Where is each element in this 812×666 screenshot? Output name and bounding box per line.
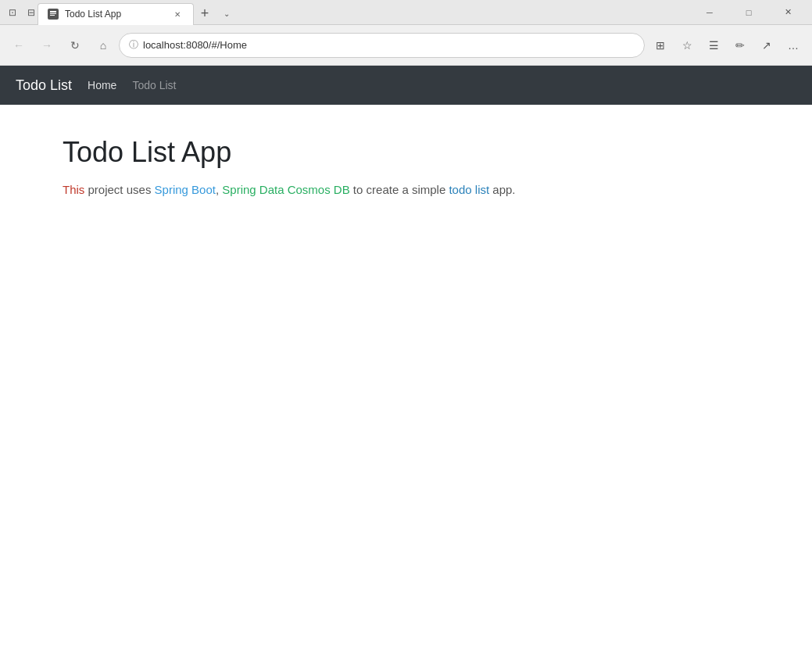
home-button[interactable]: ⌂ xyxy=(91,33,116,58)
more-button[interactable]: … xyxy=(781,33,806,58)
desc-project-uses: project uses xyxy=(84,183,154,196)
browser-icon-1: ⊡ xyxy=(6,6,19,19)
close-button[interactable]: ✕ xyxy=(770,0,806,25)
notes-button[interactable]: ✏ xyxy=(728,33,753,58)
url-lock-icon: ⓘ xyxy=(129,38,138,52)
navbar-brand[interactable]: Todo List xyxy=(16,77,72,94)
navbar-link-todolist[interactable]: Todo List xyxy=(132,79,176,91)
svg-rect-2 xyxy=(50,13,56,14)
refresh-button[interactable]: ↻ xyxy=(63,33,88,58)
forward-button[interactable]: → xyxy=(34,33,59,58)
address-bar: ← → ↻ ⌂ ⓘ localhost:8080/#/Home ⊞ ☆ ☰ ✏ … xyxy=(0,25,812,66)
svg-rect-3 xyxy=(50,15,55,16)
new-tab-button[interactable]: + xyxy=(194,3,216,25)
webpage: Todo List Home Todo List Todo List App T… xyxy=(0,66,812,666)
desc-app: app. xyxy=(489,183,515,196)
desc-spring-boot: Spring Boot xyxy=(155,183,216,196)
browser-icon-2: ⊟ xyxy=(25,6,38,19)
page-description: This project uses Spring Boot, Spring Da… xyxy=(63,181,749,199)
navbar: Todo List Home Todo List xyxy=(0,66,812,105)
toolbar-actions: ⊞ ☆ ☰ ✏ ↗ … xyxy=(648,33,806,58)
title-bar: ⊡ ⊟ Todo List App ✕ + ⌄ ─ □ ✕ xyxy=(0,0,812,25)
window-controls: ─ □ ✕ xyxy=(692,0,806,25)
browser-window: ⊡ ⊟ Todo List App ✕ + ⌄ ─ □ ✕ ← → ↻ ⌂ ⓘ xyxy=(0,0,812,666)
tab-list-button[interactable]: ⌄ xyxy=(216,3,238,25)
svg-rect-1 xyxy=(50,11,56,13)
tab-title: Todo List App xyxy=(65,9,165,20)
url-text: localhost:8080/#/Home xyxy=(143,39,247,51)
tab-close-button[interactable]: ✕ xyxy=(171,8,184,20)
navbar-link-home[interactable]: Home xyxy=(88,79,116,91)
reader-view-button[interactable]: ⊞ xyxy=(648,33,673,58)
desc-this: This xyxy=(63,183,84,196)
desc-todo-list: todo list xyxy=(449,183,489,196)
tab-favicon xyxy=(48,9,59,20)
url-bar[interactable]: ⓘ localhost:8080/#/Home xyxy=(119,33,645,58)
page-content: Todo List App This project uses Spring B… xyxy=(0,105,812,666)
desc-to-create: to create a simple xyxy=(350,183,449,196)
maximize-button[interactable]: □ xyxy=(731,0,767,25)
favorites-button[interactable]: ☆ xyxy=(674,33,699,58)
hub-button[interactable]: ☰ xyxy=(701,33,726,58)
tab-strip: Todo List App ✕ + ⌄ xyxy=(38,0,692,25)
desc-spring-data: Spring Data Cosmos DB xyxy=(222,183,349,196)
page-heading: Todo List App xyxy=(63,136,749,169)
back-button[interactable]: ← xyxy=(6,33,31,58)
minimize-button[interactable]: ─ xyxy=(692,0,728,25)
share-button[interactable]: ↗ xyxy=(754,33,779,58)
title-bar-left: ⊡ ⊟ xyxy=(6,6,38,19)
active-tab[interactable]: Todo List App ✕ xyxy=(38,3,194,25)
